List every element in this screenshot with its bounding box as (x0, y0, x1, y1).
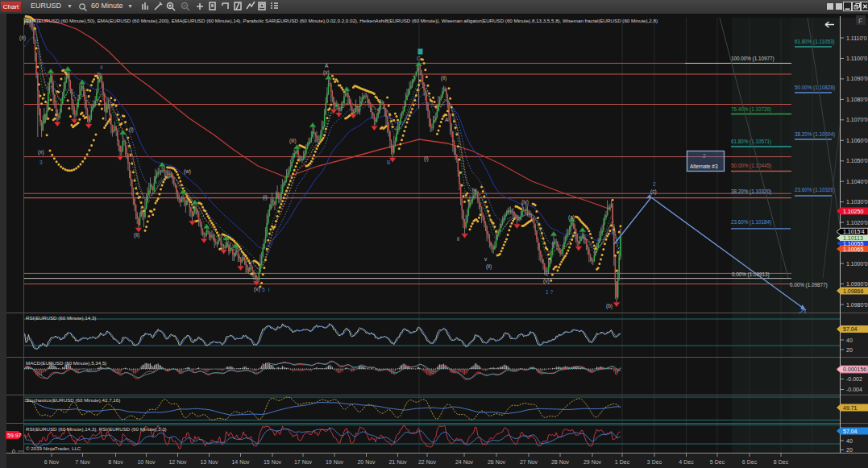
svg-text:ii: ii (457, 236, 459, 242)
svg-text:A: A (325, 63, 329, 68)
svg-text:100.00% (1.10977): 100.00% (1.10977) (731, 56, 775, 62)
svg-text:38.20% (1.10604): 38.20% (1.10604) (795, 131, 835, 138)
svg-text:(a): (a) (19, 35, 26, 41)
svg-text:1.1110'0: 1.1110'0 (846, 35, 867, 41)
svg-text:57.04: 57.04 (843, 326, 858, 332)
svg-text:1.1030'0: 1.1030'0 (846, 199, 868, 205)
svg-text:1.1020'0: 1.1020'0 (846, 220, 868, 226)
svg-text:2: 2 (703, 153, 706, 159)
svg-text:23.60% (1.10326): 23.60% (1.10326) (795, 187, 835, 193)
svg-text:(ii): (ii) (441, 75, 446, 81)
svg-text:61.80% (1.11053): 61.80% (1.11053) (795, 39, 835, 45)
svg-text:0.000156: 0.000156 (843, 367, 866, 372)
svg-text:B: B (387, 159, 390, 165)
svg-text:(v): (v) (543, 278, 550, 284)
svg-text:13 Nov: 13 Nov (200, 459, 218, 465)
svg-text:(b): (b) (606, 303, 613, 309)
svg-text:5 Dec: 5 Dec (710, 459, 725, 465)
svg-text:(c): (c) (650, 188, 657, 195)
svg-text:© 2019 NinjaTrader, LLC: © 2019 NinjaTrader, LLC (26, 445, 81, 451)
svg-text:5: 5 (262, 287, 265, 292)
svg-text:3 Dec: 3 Dec (647, 459, 662, 465)
svg-text:(v): (v) (323, 69, 330, 76)
svg-text:MACD(EURUSD (60 Minute),5,34,5: MACD(EURUSD (60 Minute),5,34,5) (26, 360, 106, 366)
svg-text:iv: iv (472, 187, 476, 193)
svg-text:49.71: 49.71 (843, 405, 858, 411)
svg-text:(iv): (iv) (521, 199, 529, 205)
svg-text:1.1015'4: 1.1015'4 (843, 229, 865, 234)
svg-text:21 Nov: 21 Nov (388, 459, 407, 465)
svg-text:15 Nov: 15 Nov (264, 459, 282, 465)
svg-text:7 Nov: 7 Nov (75, 459, 90, 465)
svg-text:26 Nov: 26 Nov (488, 459, 506, 465)
svg-text:0: 0 (12, 448, 15, 455)
svg-text:40: 40 (846, 438, 853, 444)
svg-text:1.1050'0: 1.1050'0 (846, 158, 868, 164)
svg-text:23.60% (1.10184): 23.60% (1.10184) (731, 219, 771, 226)
svg-text:1.0980'0: 1.0980'0 (846, 302, 868, 308)
svg-text:(iii): (iii) (289, 138, 297, 144)
svg-text:59.97: 59.97 (7, 433, 22, 438)
svg-text:4 Dec: 4 Dec (679, 459, 694, 465)
svg-text:40: 40 (846, 338, 853, 343)
svg-text:50.00% (1.10828): 50.00% (1.10828) (795, 85, 835, 91)
svg-text:14 Nov: 14 Nov (231, 459, 250, 465)
svg-text:(v): (v) (254, 286, 260, 292)
svg-text:(x): (x) (38, 149, 44, 155)
svg-text:20 Nov: 20 Nov (357, 459, 376, 465)
svg-text:-0.002: -0.002 (846, 376, 862, 382)
svg-text:50.00% (1.10445): 50.00% (1.10445) (731, 163, 771, 169)
svg-text:8 Dec: 8 Dec (774, 459, 789, 465)
svg-text:6 Nov: 6 Nov (44, 459, 60, 465)
svg-text:1.1100'0: 1.1100'0 (846, 56, 867, 61)
svg-text:10 Nov: 10 Nov (137, 459, 156, 465)
svg-text:6 Dec: 6 Dec (742, 459, 758, 465)
svg-text:1 ?: 1 ? (546, 289, 553, 295)
svg-text:A: A (445, 117, 449, 122)
svg-text:29 Nov: 29 Nov (584, 459, 602, 465)
svg-text:-0.004: -0.004 (846, 387, 862, 392)
svg-text:i: i (268, 287, 269, 292)
svg-text:1.10065: 1.10065 (843, 246, 863, 252)
svg-text:0.00% (1.09877): 0.00% (1.09877) (790, 282, 828, 288)
svg-text:4: 4 (100, 64, 103, 70)
svg-text:v: v (484, 256, 488, 262)
svg-text:20: 20 (846, 347, 853, 353)
svg-text:19 Nov: 19 Nov (326, 459, 344, 465)
svg-text:(i): (i) (263, 194, 268, 201)
svg-text:1.1060'0: 1.1060'0 (846, 138, 868, 143)
svg-text:1.1090'0: 1.1090'0 (846, 76, 868, 81)
svg-text:20: 20 (846, 447, 853, 453)
svg-text:(i): (i) (129, 126, 134, 133)
svg-text:C: C (417, 56, 421, 61)
svg-text:RSI(EURUSD (60 Minute),14,3),: RSI(EURUSD (60 Minute),14,3), RSI(EURUSD… (26, 426, 167, 432)
svg-text:(ii): (ii) (486, 263, 492, 270)
svg-text:1.1040'0: 1.1040'0 (846, 179, 868, 184)
svg-text:8 Nov: 8 Nov (108, 459, 123, 465)
svg-text:1.1000'0: 1.1000'0 (846, 261, 868, 267)
svg-text:3: 3 (39, 159, 43, 165)
svg-text:1.1070'0: 1.1070'0 (846, 117, 868, 122)
svg-text:76.40% (1.10726): 76.40% (1.10726) (731, 106, 771, 113)
svg-text:(i): (i) (424, 155, 429, 162)
svg-text:24 Nov: 24 Nov (455, 459, 474, 465)
svg-text:57.04: 57.04 (843, 429, 858, 434)
svg-text:Alternate #3: Alternate #3 (690, 164, 718, 169)
svg-text:1 Dec: 1 Dec (615, 459, 630, 465)
svg-text:Stochastics(EURUSD (60 Minute): Stochastics(EURUSD (60 Minute),42,7,16) (26, 397, 120, 403)
svg-text:F: F (858, 17, 862, 25)
svg-text:1.09866: 1.09866 (843, 288, 863, 294)
svg-text:(a): (a) (568, 214, 575, 221)
svg-text:22 Nov: 22 Nov (418, 459, 437, 465)
svg-text:2: 2 (653, 181, 656, 187)
svg-text:17 Nov: 17 Nov (294, 459, 313, 465)
svg-text:61.80% (1.10571): 61.80% (1.10571) (731, 139, 771, 145)
svg-text:(w): (w) (184, 168, 191, 175)
svg-text:1.1080'0: 1.1080'0 (846, 97, 868, 102)
svg-text:0.00% (1.09913): 0.00% (1.09913) (732, 271, 770, 278)
svg-text:28 Nov: 28 Nov (551, 459, 570, 465)
svg-text:(ii): (ii) (134, 232, 139, 238)
svg-text:EMA(EURUSD (60 Minute),50), EM: EMA(EURUSD (60 Minute),50), EMA(EURUSD (… (26, 18, 658, 23)
svg-text:1.0990'0: 1.0990'0 (846, 281, 868, 287)
svg-text:12 Nov: 12 Nov (168, 459, 187, 465)
